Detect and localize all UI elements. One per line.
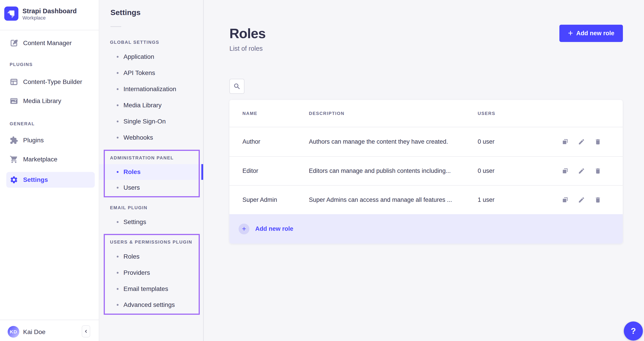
bullet-icon xyxy=(117,288,118,290)
subnav-item-label: Single Sign-On xyxy=(124,118,166,125)
sidebar-item-label: Content-Type Builder xyxy=(23,78,82,86)
divider xyxy=(0,30,99,30)
shopping-cart-icon xyxy=(10,155,18,164)
subnav-item-single-sign-on[interactable]: Single Sign-On xyxy=(99,113,203,130)
app-title: Strapi Dashboard xyxy=(22,8,77,15)
row-actions xyxy=(562,127,601,156)
role-name: Author xyxy=(242,127,308,156)
roles-table-card: NAME DESCRIPTION USERS Author Authors ca… xyxy=(230,100,623,244)
plus-circle-icon: + xyxy=(238,224,250,234)
subnav-item-label: API Tokens xyxy=(124,69,155,76)
table-row[interactable]: Author Authors can manage the content th… xyxy=(230,127,623,156)
bullet-icon xyxy=(117,221,118,223)
page-subtitle: List of roles xyxy=(230,45,263,52)
delete-role-button[interactable] xyxy=(594,196,601,204)
bullet-icon xyxy=(117,171,118,173)
sidebar-item-label: Plugins xyxy=(23,137,44,144)
subnav-section-administration-panel: ADMINISTRATION PANEL xyxy=(110,155,174,160)
bullet-icon xyxy=(117,137,118,138)
plus-icon: + xyxy=(568,29,573,37)
subnav-item-media-library[interactable]: Media Library xyxy=(99,97,203,113)
edit-role-button[interactable] xyxy=(578,196,585,204)
bullet-icon xyxy=(117,104,118,106)
copy-icon xyxy=(562,196,568,204)
avatar[interactable]: KD xyxy=(8,326,19,338)
role-users-count: 1 user xyxy=(478,186,545,214)
feather-pen-icon xyxy=(10,39,18,47)
bullet-icon xyxy=(117,56,118,58)
subnav-item-label: Application xyxy=(124,53,154,60)
subnav-item-label: Internationalization xyxy=(124,86,176,93)
subnav-item-label: Roles xyxy=(124,168,140,176)
subnav-item-up-roles[interactable]: Roles xyxy=(99,248,203,265)
subnav-item-up-providers[interactable]: Providers xyxy=(99,265,203,281)
picture-icon xyxy=(10,97,18,105)
duplicate-role-button[interactable] xyxy=(562,138,568,145)
subnav-item-api-tokens[interactable]: API Tokens xyxy=(99,65,203,81)
user-name: Kai Doe xyxy=(23,328,46,336)
sidebar-item-media-library[interactable]: Media Library xyxy=(6,93,95,109)
subnav-item-label: Roles xyxy=(124,253,140,260)
subnav-item-label: Webhooks xyxy=(124,134,153,141)
subnav-section-users-permissions: USERS & PERMISSIONS PLUGIN xyxy=(110,240,192,245)
copy-icon xyxy=(562,168,568,174)
duplicate-role-button[interactable] xyxy=(562,168,568,174)
subnav-item-up-email-templates[interactable]: Email templates xyxy=(99,281,203,297)
subnav-item-label: Providers xyxy=(124,269,150,276)
edit-role-button[interactable] xyxy=(578,138,585,145)
page-title: Roles xyxy=(230,26,266,41)
column-header-name: NAME xyxy=(242,100,308,127)
sidebar-item-label: Settings xyxy=(23,176,48,184)
sidebar-item-settings[interactable]: Settings xyxy=(6,172,95,188)
edit-role-button[interactable] xyxy=(578,168,585,174)
table-header-row: NAME DESCRIPTION USERS xyxy=(230,100,623,127)
help-button[interactable]: ? xyxy=(624,322,643,340)
layout-grid-icon xyxy=(10,78,18,86)
main-sidebar: Strapi Dashboard Workplace Content Manag… xyxy=(0,0,99,341)
row-actions xyxy=(562,186,601,214)
sidebar-item-content-manager[interactable]: Content Manager xyxy=(6,35,95,51)
bullet-icon xyxy=(117,304,118,306)
role-name: Super Admin xyxy=(242,186,308,214)
collapse-sidebar-button[interactable] xyxy=(82,325,90,338)
subnav-item-label: Advanced settings xyxy=(124,301,175,308)
subnav-item-webhooks[interactable]: Webhooks xyxy=(99,130,203,146)
add-new-role-footer-button[interactable]: + Add new role xyxy=(230,214,623,244)
bullet-icon xyxy=(117,187,118,188)
main-content: Roles List of roles + Add new role NAME … xyxy=(204,0,644,341)
trash-icon xyxy=(594,196,601,204)
delete-role-button[interactable] xyxy=(594,168,601,174)
delete-role-button[interactable] xyxy=(594,138,601,145)
sidebar-item-marketplace[interactable]: Marketplace xyxy=(6,151,95,168)
sidebar-item-content-type-builder[interactable]: Content-Type Builder xyxy=(6,74,95,90)
sidebar-item-plugins[interactable]: Plugins xyxy=(6,132,95,148)
sidebar-item-label: Content Manager xyxy=(23,40,72,47)
add-new-role-button[interactable]: + Add new role xyxy=(560,25,623,42)
bullet-icon xyxy=(117,120,118,122)
gear-icon xyxy=(10,176,18,184)
duplicate-role-button[interactable] xyxy=(562,196,568,204)
copy-icon xyxy=(562,138,568,145)
subnav-item-label: Settings xyxy=(124,218,146,226)
subnav-item-email-settings[interactable]: Settings xyxy=(99,214,203,230)
role-users-count: 0 user xyxy=(478,127,545,156)
search-button[interactable] xyxy=(230,79,244,94)
subnav-item-admin-roles[interactable]: Roles xyxy=(99,164,203,180)
pencil-icon xyxy=(578,138,585,145)
pencil-icon xyxy=(578,196,585,204)
subnav-item-admin-users[interactable]: Users xyxy=(99,180,203,196)
subnav-item-up-advanced-settings[interactable]: Advanced settings xyxy=(99,297,203,313)
trash-icon xyxy=(594,168,601,174)
bullet-icon xyxy=(117,256,118,258)
sidebar-item-label: Media Library xyxy=(23,98,61,104)
subnav-item-application[interactable]: Application xyxy=(99,49,203,65)
table-row[interactable]: Editor Editors can manage and publish co… xyxy=(230,156,623,185)
table-row[interactable]: Super Admin Super Admins can access and … xyxy=(230,185,623,214)
column-header-users: USERS xyxy=(478,100,545,127)
trash-icon xyxy=(594,138,601,145)
subnav-item-internationalization[interactable]: Internationalization xyxy=(99,81,203,97)
strapi-logo-icon[interactable] xyxy=(4,6,18,21)
sidebar-item-label: Marketplace xyxy=(23,156,58,163)
subnav-section-global-settings: GLOBAL SETTINGS xyxy=(110,40,159,45)
row-actions xyxy=(562,157,601,185)
